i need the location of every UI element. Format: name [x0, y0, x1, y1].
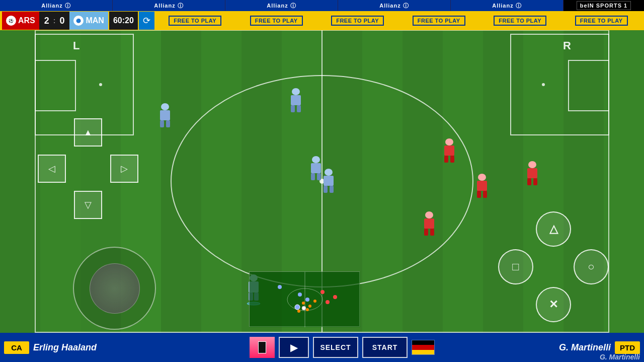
svg-point-67: [306, 308, 309, 311]
player-red-4: [423, 211, 436, 236]
hud-player-left: CA Erling Haaland: [0, 333, 191, 362]
man-badge: 🔵: [73, 16, 84, 26]
score-bar: ⚽ ARS 2 : 0 🔵 MAN 60:20 ⟳ FREE TO PLAY F…: [0, 11, 644, 30]
allianz-segment-5: Allianz ⓘ: [451, 0, 564, 11]
allianz-label-2: Allianz ⓘ: [154, 2, 184, 10]
free-to-play-bar: FREE TO PLAY FREE TO PLAY FREE TO PLAY F…: [154, 12, 642, 30]
svg-rect-48: [527, 178, 531, 185]
svg-rect-53: [430, 229, 434, 236]
svg-point-65: [308, 305, 311, 308]
right-player-name: G. Martinelli: [559, 342, 611, 353]
svg-rect-25: [312, 156, 320, 163]
player-red-1: [443, 138, 456, 163]
svg-rect-21: [292, 88, 300, 95]
allianz-label-5: Allianz ⓘ: [492, 2, 522, 10]
match-time: 60:20: [109, 12, 138, 30]
dpad-right-button[interactable]: ▷: [110, 155, 138, 183]
svg-rect-17: [161, 103, 169, 110]
player-blue-2: [289, 88, 302, 112]
away-team-name: MAN: [86, 16, 104, 25]
top-banner: Allianz ⓘ Allianz ⓘ Allianz ⓘ Allianz ⓘ …: [0, 0, 644, 11]
triangle-icon: △: [549, 223, 558, 236]
dpad-left-arrow: ◁: [48, 163, 55, 174]
home-score: 2: [44, 16, 49, 26]
svg-rect-32: [330, 186, 334, 193]
goal-box-left-label: L: [73, 39, 79, 52]
svg-point-69: [302, 306, 306, 310]
dpad-right-arrow: ▷: [121, 163, 128, 174]
svg-rect-30: [324, 176, 334, 186]
away-team: 🔵 MAN: [69, 12, 108, 30]
hud-center: ▶ SELECT START: [191, 333, 493, 362]
dpad-down-button[interactable]: ▽: [74, 191, 102, 219]
goal-box-right-label: R: [563, 39, 571, 52]
allianz-label-4: Allianz ⓘ: [379, 2, 409, 10]
cross-icon: ✕: [549, 298, 558, 311]
cross-button[interactable]: ✕: [536, 287, 571, 322]
dpad-down-arrow: ▽: [85, 199, 92, 210]
game-field: L R: [0, 0, 644, 362]
svg-rect-50: [425, 211, 433, 219]
allianz-segment-4: Allianz ⓘ: [338, 0, 451, 11]
allianz-label-1: Allianz ⓘ: [41, 2, 71, 10]
svg-rect-20: [166, 120, 170, 127]
svg-rect-18: [160, 110, 170, 120]
circle-button[interactable]: ○: [574, 249, 609, 284]
mini-map: [249, 271, 360, 327]
svg-point-63: [333, 295, 337, 299]
svg-point-58: [298, 293, 302, 297]
select-button[interactable]: SELECT: [313, 337, 358, 358]
arsenal-badge: ⚽: [6, 16, 16, 26]
dpad-up-button[interactable]: ▲: [74, 118, 102, 147]
svg-point-57: [278, 285, 282, 289]
svg-rect-39: [444, 146, 454, 156]
svg-rect-26: [311, 163, 321, 173]
home-team-name: ARS: [18, 16, 35, 25]
triangle-button[interactable]: △: [536, 211, 571, 247]
svg-rect-43: [477, 181, 487, 191]
ftp-1: FREE TO PLAY: [169, 16, 221, 26]
square-icon: □: [512, 260, 519, 273]
ptd-badge: PTD: [615, 341, 640, 354]
svg-rect-29: [325, 169, 333, 176]
action-buttons: △ □ ○ ✕: [493, 211, 614, 322]
svg-point-66: [313, 300, 316, 303]
svg-point-59: [305, 298, 309, 302]
dpad: ▲ ▽ ◁ ▷: [38, 118, 138, 219]
ftp-2: FREE TO PLAY: [250, 16, 303, 26]
svg-rect-52: [424, 229, 428, 236]
allianz-segment-1: Allianz ⓘ: [0, 0, 113, 11]
svg-rect-19: [160, 120, 164, 127]
analog-stick[interactable]: [73, 247, 156, 330]
svg-rect-51: [424, 219, 434, 229]
away-score: 0: [59, 16, 64, 26]
ftp-3: FREE TO PLAY: [331, 16, 384, 26]
ftp-5: FREE TO PLAY: [494, 16, 546, 26]
dpad-up-arrow: ▲: [84, 127, 93, 138]
svg-rect-46: [528, 161, 536, 168]
bein-label: beIN SPORTS 1: [577, 1, 631, 10]
svg-rect-44: [477, 191, 481, 198]
player-red-2: [475, 174, 489, 198]
ca-badge: CA: [4, 341, 29, 354]
ftp-6: FREE TO PLAY: [575, 16, 628, 26]
home-team: ⚽ ARS: [2, 12, 39, 30]
square-button[interactable]: □: [498, 249, 533, 284]
svg-rect-4: [403, 0, 483, 362]
left-player-name: Erling Haaland: [33, 342, 97, 353]
dpad-left-button[interactable]: ◁: [38, 155, 66, 183]
svg-rect-1: [161, 0, 242, 362]
refresh-button[interactable]: ⟳: [139, 12, 154, 30]
svg-rect-40: [444, 156, 448, 163]
player-blue-4: [322, 169, 335, 193]
time-value: 60:20: [113, 16, 134, 25]
svg-rect-38: [445, 138, 453, 146]
play-button[interactable]: ▶: [279, 337, 309, 358]
svg-point-68: [297, 310, 300, 313]
svg-rect-31: [324, 186, 328, 193]
svg-rect-27: [311, 173, 315, 180]
start-button[interactable]: START: [362, 337, 408, 358]
svg-rect-47: [527, 168, 537, 178]
pink-button[interactable]: [250, 337, 275, 358]
svg-point-12: [99, 83, 102, 86]
